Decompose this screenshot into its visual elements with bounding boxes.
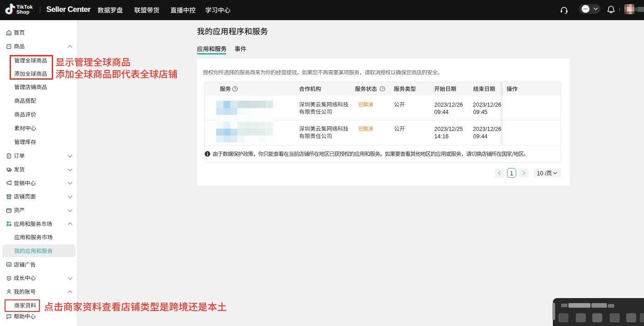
svg-text:AD: AD	[7, 264, 11, 266]
svg-text:?: ?	[234, 87, 236, 91]
svg-text:?: ?	[8, 315, 10, 317]
svg-text:?: ?	[382, 87, 384, 91]
